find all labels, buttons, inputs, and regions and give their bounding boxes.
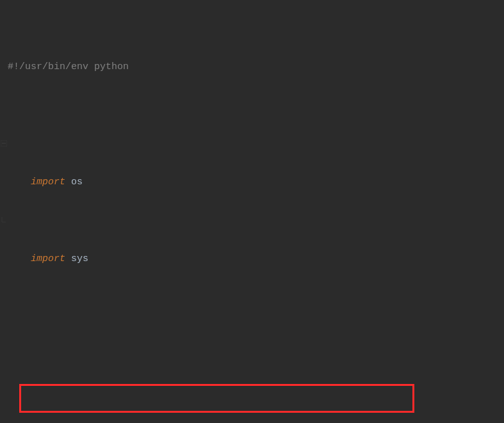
keyword-import: import [31,177,65,188]
code-line[interactable]: #!/usr/bin/env python [8,58,504,77]
code-editor[interactable]: #!/usr/bin/env python import os import s… [0,0,504,423]
code-line-blank[interactable] [8,288,504,307]
code-line-blank[interactable] [8,346,504,365]
fold-minus-icon[interactable] [1,140,7,147]
shebang-comment: #!/usr/bin/env python [8,61,129,72]
code-line[interactable]: import os [8,134,504,154]
keyword-import: import [31,253,65,264]
code-line[interactable]: import sys [8,211,504,230]
module-name: os [65,177,83,188]
module-name: sys [65,253,88,264]
fold-end-icon [1,217,7,223]
